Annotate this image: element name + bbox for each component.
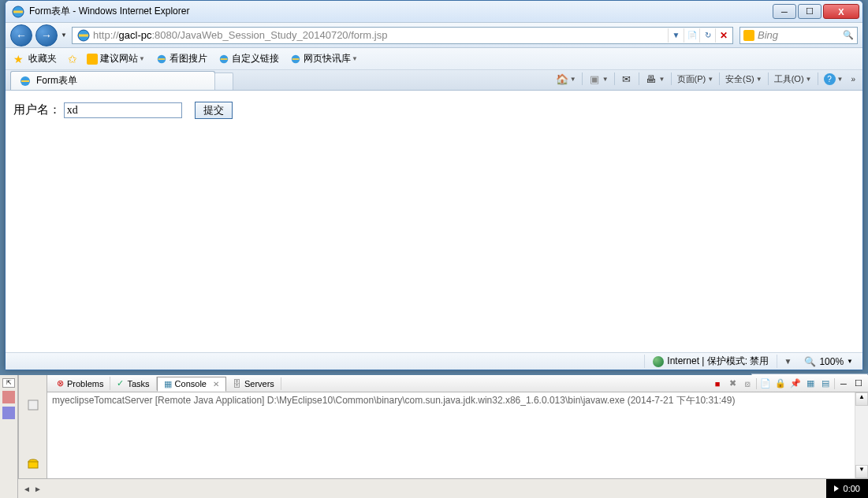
svg-rect-6 <box>28 400 38 410</box>
tools-label: 工具(O) <box>774 73 804 85</box>
separator <box>614 72 615 85</box>
console-header: myeclipseTomcatServer [Remote Java Appli… <box>52 394 863 407</box>
tasks-icon: ✓ <box>117 378 124 388</box>
username-input[interactable] <box>64 102 182 118</box>
terminate-button[interactable]: ■ <box>711 377 724 390</box>
maximize-button[interactable]: ☐ <box>798 4 821 19</box>
zone-text: Internet | 保护模式: 禁用 <box>667 355 769 368</box>
nav-history-dropdown[interactable]: ▼ <box>61 32 69 39</box>
view-icon[interactable] <box>2 407 15 419</box>
separator <box>756 378 757 389</box>
search-box[interactable]: Bing 🔍 <box>739 27 858 44</box>
problems-icon: ⊗ <box>57 378 64 388</box>
separator <box>818 72 818 85</box>
zoom-control[interactable]: 🔍 100% ▼ <box>798 356 859 367</box>
minimize-view-button[interactable]: ─ <box>837 377 850 390</box>
print-button[interactable]: 🖶▼ <box>643 71 668 87</box>
svg-rect-8 <box>28 462 38 468</box>
tab-console[interactable]: ▦ Console ✕ <box>157 377 226 392</box>
zoom-level: 100% <box>819 356 844 367</box>
search-icon[interactable]: 🔍 <box>843 30 854 40</box>
maximize-view-button[interactable]: ☐ <box>852 377 865 390</box>
console-toolbar: ■ ✖ ⦻ 📄 🔒 📌 ▦ ▤ ─ ☐ <box>711 377 865 390</box>
open-console-button[interactable]: ▤ <box>819 377 832 390</box>
forward-button[interactable]: → <box>35 24 58 46</box>
pin-console-button[interactable]: 📌 <box>789 377 802 390</box>
refresh-button[interactable]: ↻ <box>699 28 715 43</box>
ie-small-icon <box>290 54 301 65</box>
tab-form[interactable]: Form表单 <box>10 71 215 90</box>
minimize-button[interactable]: ─ <box>773 4 796 19</box>
tools-menu[interactable]: 工具(O) ▼ <box>772 72 814 87</box>
expand-button[interactable]: » <box>848 73 858 85</box>
hscroll-left[interactable]: ◄ <box>23 485 31 493</box>
clear-console-button[interactable]: 📄 <box>759 377 772 390</box>
back-button[interactable]: ← <box>10 24 32 46</box>
scroll-lock-button[interactable]: 🔒 <box>774 377 787 390</box>
tab-problems[interactable]: ⊗ Problems <box>50 377 110 390</box>
tab-title: Form表单 <box>36 74 77 87</box>
restore-view-button[interactable]: ⇱ <box>2 378 15 388</box>
tab-tasks[interactable]: ✓ Tasks <box>110 377 156 390</box>
ie-window: Form表单 - Windows Internet Explorer ─ ☐ X… <box>5 0 863 370</box>
db-icon[interactable] <box>27 459 39 471</box>
eclipse-body: ⊗ Problems ✓ Tasks ▦ Console ✕ 🗄 Servers <box>18 375 868 478</box>
fav-image-search[interactable]: 看图搜片 <box>153 50 210 67</box>
home-button[interactable]: 🏠▼ <box>553 71 579 87</box>
eclipse-main: ⊗ Problems ✓ Tasks ▦ Console ✕ 🗄 Servers <box>47 375 868 478</box>
navigation-bar: ← → ▼ http://gacl-pc:8080/JavaWeb_Sessio… <box>6 23 862 48</box>
site-icon <box>87 54 98 65</box>
url-path: /JavaWeb_Session_Study_20140720/form.jsp <box>177 29 387 41</box>
address-bar[interactable]: http://gacl-pc:8080/JavaWeb_Session_Stud… <box>72 27 733 44</box>
tab-label: Problems <box>67 379 103 388</box>
remove-all-button[interactable]: ⦻ <box>741 377 754 390</box>
page-menu[interactable]: 页面(P) ▼ <box>675 72 717 87</box>
hscroll-right[interactable]: ► <box>34 485 42 493</box>
display-console-button[interactable]: ▦ <box>804 377 817 390</box>
fav-label: 建议网站 <box>100 52 138 65</box>
separator <box>582 72 583 85</box>
read-mail-button[interactable]: ✉ <box>618 71 635 87</box>
feeds-button[interactable]: ▣▼ <box>586 71 611 87</box>
new-tab-button[interactable] <box>214 72 233 90</box>
stop-button[interactable]: ✕ <box>715 28 731 43</box>
remove-launch-button[interactable]: ✖ <box>726 377 739 390</box>
scrollbar[interactable]: ▲ ▼ <box>855 392 868 478</box>
compat-view-icon[interactable]: 📄 <box>684 28 699 43</box>
fav-web-slices[interactable]: 网页快讯库 ▼ <box>287 50 361 67</box>
restore-icon[interactable] <box>27 399 39 411</box>
tab-servers[interactable]: 🗄 Servers <box>226 377 281 390</box>
submit-button[interactable]: 提交 <box>195 102 233 119</box>
separator <box>834 378 835 389</box>
view-icon[interactable] <box>2 391 15 403</box>
address-dropdown[interactable]: ▼ <box>668 28 684 43</box>
eclipse-tabs: ⊗ Problems ✓ Tasks ▦ Console ✕ 🗄 Servers <box>47 375 868 392</box>
help-button[interactable]: ?▼ <box>821 72 846 87</box>
play-icon <box>834 485 839 492</box>
fav-suggested-sites[interactable]: 建议网站 ▼ <box>84 50 148 67</box>
close-button[interactable]: X <box>823 4 859 19</box>
security-zone[interactable]: Internet | 保护模式: 禁用 <box>644 355 777 368</box>
console-output[interactable]: myeclipseTomcatServer [Remote Java Appli… <box>47 392 868 478</box>
tab-label: Console <box>175 379 207 388</box>
fav-custom-links[interactable]: 自定义链接 <box>215 50 282 67</box>
eclipse-panel: ⇱ ⊗ Problems ✓ Tasks <box>0 375 868 498</box>
chevron-down-icon: ▼ <box>847 358 853 365</box>
add-favorite-icon[interactable]: ✩ <box>68 53 77 65</box>
search-placeholder: Bing <box>758 29 843 41</box>
safety-menu[interactable]: 安全(S) ▼ <box>723 72 765 87</box>
command-bar: 🏠▼ ▣▼ ✉ 🖶▼ 页面(P) ▼ 安全(S) ▼ 工具(O) ▼ ?▼ » <box>553 71 858 90</box>
scroll-down[interactable]: ▼ <box>855 465 868 478</box>
ie-icon <box>12 6 24 18</box>
favorites-label[interactable]: 收藏夹 <box>28 52 57 65</box>
scroll-up[interactable]: ▲ <box>855 392 868 406</box>
chevron-down-icon: ▼ <box>352 55 358 62</box>
zoom-icon: 🔍 <box>804 356 816 367</box>
titlebar: Form表单 - Windows Internet Explorer ─ ☐ X <box>6 1 862 23</box>
favorites-star-icon[interactable]: ★ <box>13 53 24 65</box>
protected-mode-dropdown[interactable]: ▼ <box>784 357 792 366</box>
safety-label: 安全(S) <box>725 73 754 85</box>
tab-bar: Form表单 🏠▼ ▣▼ ✉ 🖶▼ 页面(P) ▼ 安全(S) ▼ 工具(O) … <box>6 70 862 91</box>
fav-label: 看图搜片 <box>170 52 207 65</box>
close-tab-icon[interactable]: ✕ <box>213 380 219 388</box>
